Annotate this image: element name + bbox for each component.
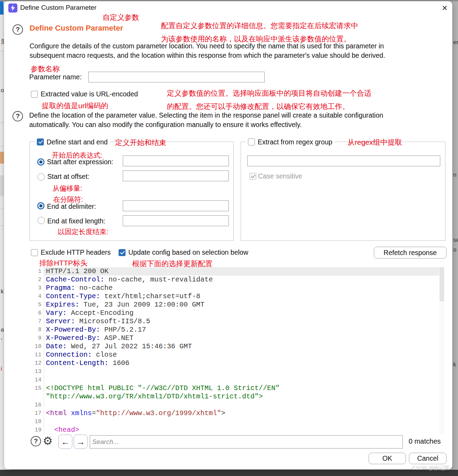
start-after-expression-label: Start after expression: (47, 158, 113, 166)
start-at-offset-input[interactable] (123, 170, 229, 181)
line-content[interactable] (44, 367, 439, 376)
line-content[interactable]: X-Powered-By: ASP.NET (44, 334, 439, 342)
extract-regex-label: Extract from regex group (258, 138, 332, 146)
line-content[interactable]: <html xmlns="http://www.w3.org/1999/xhtm… (44, 409, 439, 418)
match-count: 0 matches (409, 437, 441, 445)
annotation-location-zh-2: 的配置。您还可以手动修改配置，以确保它有效地工作。 (167, 102, 349, 111)
line-content[interactable]: Server: Microsoft-IIS/8.5 (44, 317, 439, 326)
watermark: CSDN @徐记荣 (412, 465, 449, 471)
line-content[interactable]: Date: Wed, 27 Jul 2022 15:46:36 GMT (44, 342, 439, 351)
line-content[interactable]: HTTP/1.1 200 OK (44, 267, 439, 276)
background-fragment: se (453, 237, 458, 244)
line-content[interactable]: Cache-Control: no-cache, must-revalidate (44, 276, 439, 284)
help-icon[interactable]: ? (31, 436, 41, 446)
define-start-end-group: Define start and end 定义开始和结束 开始后的表达式: St… (30, 142, 234, 241)
background-fragment: o (453, 246, 456, 253)
cancel-button[interactable]: Cancel (409, 453, 447, 464)
update-config-checkbox[interactable] (119, 249, 126, 256)
line-number: 11 (30, 351, 44, 359)
search-input[interactable] (90, 435, 403, 449)
refetch-response-button[interactable]: Refetch response (374, 247, 447, 259)
help-icon[interactable]: ? (13, 24, 23, 35)
background-fragment: , (1, 334, 2, 341)
line-content[interactable]: Pragma: no-cache (44, 284, 439, 292)
end-at-fixed-length-input[interactable] (123, 215, 229, 226)
annotation-regex-zh: 从regex组中提取 (347, 137, 402, 147)
end-at-fixed-length-radio[interactable] (38, 217, 45, 224)
line-number: 9 (30, 334, 44, 342)
line-content[interactable] (44, 418, 439, 426)
response-viewer[interactable]: 1HTTP/1.1 200 OK2Cache-Control: no-cache… (30, 267, 439, 434)
define-start-end-checkbox[interactable] (37, 138, 44, 145)
screen: 里oka,i ernseok Define Custom Parameter ×… (0, 0, 458, 476)
burp-lightning-icon (8, 3, 17, 13)
line-content[interactable]: <!DOCTYPE html PUBLIC "-//W3C//DTD XHTML… (44, 384, 439, 392)
line-content[interactable] (44, 376, 439, 384)
background-blue-strip (0, 1, 3, 15)
case-sensitive-label: Case sensitive (258, 172, 302, 180)
response-line: 1HTTP/1.1 200 OK (30, 267, 439, 276)
annotation-location-zh-1: 定义参数值的位置。选择响应面板中的项目将自动创建一个合适 (167, 88, 371, 98)
line-number: 1 (30, 267, 44, 276)
ok-button[interactable]: OK (369, 453, 406, 464)
line-content[interactable] (44, 401, 439, 409)
regex-input[interactable] (247, 156, 440, 166)
response-line: 13 (30, 367, 439, 376)
next-match-button[interactable]: → (74, 435, 88, 449)
response-line: 19 <head> (30, 426, 439, 434)
response-line: 6Vary: Accept-Encoding (30, 309, 439, 317)
help-icon[interactable]: ? (13, 111, 23, 121)
annotation-exclude-headers-zh: 排除HTTP标头 (39, 258, 88, 268)
line-number: 16 (30, 401, 44, 409)
background-fragment: a (1, 326, 4, 333)
url-encoded-checkbox[interactable] (31, 91, 38, 98)
case-sensitive-checkbox (249, 173, 256, 180)
line-content[interactable]: Expires: Tue, 23 Jun 2009 12:00:00 GMT (44, 301, 439, 309)
line-number: 12 (30, 359, 44, 367)
close-icon[interactable]: × (439, 2, 451, 14)
line-content[interactable]: Content-Type: text/html;charset=utf-8 (44, 292, 439, 301)
location-note-line-2: automatically. You can also modify the c… (29, 121, 302, 129)
annotation-param-name-zh: 参数名称 (31, 64, 60, 74)
start-after-expression-input[interactable] (123, 156, 229, 166)
response-line: 11Connection: close (30, 351, 439, 359)
response-line: 8X-Powered-By: PHP/5.2.17 (30, 326, 439, 334)
response-line: 9X-Powered-By: ASP.NET (30, 334, 439, 342)
define-start-end-legend: Define start and end (35, 137, 110, 146)
exclude-headers-checkbox[interactable] (31, 249, 38, 256)
response-scrollbar[interactable] (439, 267, 444, 434)
extract-regex-checkbox[interactable] (248, 138, 255, 145)
page-title: Define Custom Parameter (30, 24, 123, 33)
prev-match-button[interactable]: ← (58, 435, 72, 449)
line-number: 14 (30, 376, 44, 384)
line-content[interactable]: X-Powered-By: PHP/5.2.17 (44, 326, 439, 334)
end-at-delimiter-radio[interactable] (37, 202, 45, 209)
background-fragment: n (453, 172, 456, 178)
line-content[interactable]: "http://www.w3.org/TR/xhtml1/DTD/xhtml1-… (44, 392, 439, 401)
line-number: 15 (30, 384, 44, 392)
response-line: 10Date: Wed, 27 Jul 2022 15:46:36 GMT (30, 342, 439, 351)
parameter-name-input[interactable] (88, 72, 265, 82)
taskbar-strip (0, 470, 458, 476)
line-number: 3 (30, 284, 44, 292)
gear-icon[interactable]: ⚙ (43, 435, 53, 446)
end-at-delimiter-input[interactable] (123, 200, 229, 211)
line-content[interactable]: Content-Length: 1606 (44, 359, 439, 367)
define-start-end-label: Define start and end (47, 138, 108, 146)
scrollbar-thumb[interactable] (440, 267, 444, 301)
line-number: 19 (30, 426, 44, 434)
description-line-2: subsequent macro requests, and the locat… (30, 51, 385, 60)
line-content[interactable]: Vary: Accept-Encoding (44, 309, 439, 317)
location-note-line-1: Define the location of the parameter val… (29, 111, 383, 119)
end-at-delimiter-label: End at delimiter: (47, 203, 96, 211)
start-at-offset-radio[interactable] (38, 173, 45, 181)
annotation-start-offset-zh: 从偏移量: (53, 184, 82, 193)
line-content[interactable]: Connection: close (44, 351, 439, 359)
line-content[interactable]: <head> (44, 426, 439, 434)
annotation-start-end-zh: 定义开始和结束 (115, 138, 166, 148)
response-line: 5Expires: Tue, 23 Jun 2009 12:00:00 GMT (30, 301, 439, 309)
start-after-expression-radio[interactable] (37, 158, 45, 166)
line-number: 7 (30, 317, 44, 326)
background-fragment: o (1, 87, 4, 94)
line-number: 18 (30, 418, 44, 426)
